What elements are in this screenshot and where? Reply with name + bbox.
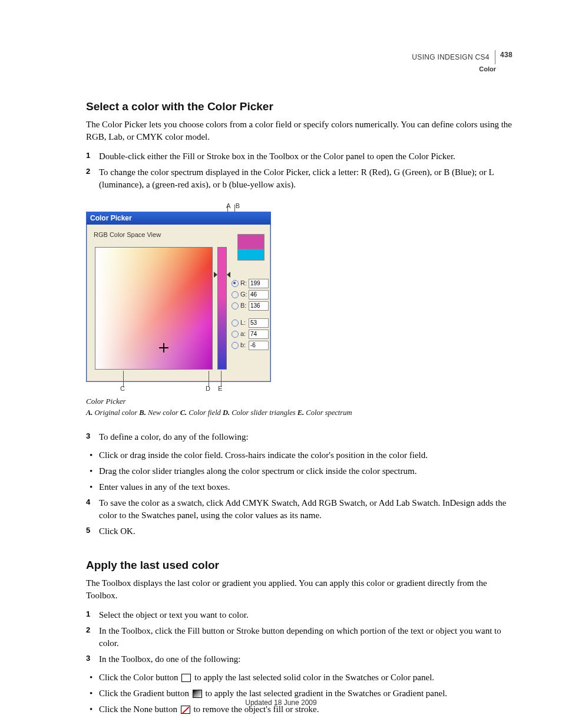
section-label: Color — [412, 65, 513, 73]
bullet-text: Drag the color slider triangles along th… — [99, 466, 416, 476]
page-number: 438 — [500, 51, 513, 59]
input-row-g: G:46 — [232, 290, 269, 299]
section-heading: Select a color with the Color Picker — [86, 99, 513, 115]
step-item: 2In the Toolbox, click the Fill button o… — [86, 625, 513, 650]
steps-list-1: 1Double-click either the Fill or Stroke … — [86, 150, 513, 191]
steps-list-3: 4To save the color as a swatch, click Ad… — [86, 497, 513, 538]
figure-caption: Color Picker — [86, 396, 513, 407]
header-divider — [495, 50, 495, 64]
bullet-item: Click or drag inside the color field. Cr… — [86, 449, 513, 462]
step-text: To define a color, do any of the followi… — [99, 432, 249, 442]
step-item: 1Select the object or text you want to c… — [86, 609, 513, 621]
bullet-text: to apply the last selected solid color i… — [192, 673, 434, 682]
input-row-b: B:136 — [232, 301, 269, 311]
step-text: Double-click either the Fill or Stroke b… — [99, 151, 455, 161]
value-bb[interactable]: -6 — [249, 341, 269, 350]
radio-g[interactable] — [232, 291, 239, 298]
legend-key: D. — [223, 409, 230, 417]
radio-l[interactable] — [232, 319, 239, 327]
label-bb: b: — [240, 341, 249, 350]
color-inputs: R:199 G:46 B:136 L:53 a:74 b:-6 — [232, 279, 269, 352]
page: USING INDESIGN CS4 438 Color Select a co… — [0, 0, 562, 728]
legend-key: E. — [297, 409, 304, 417]
radio-b[interactable] — [232, 302, 239, 309]
color-button-icon — [181, 674, 191, 682]
step-item: 4To save the color as a swatch, click Ad… — [86, 497, 513, 522]
step-text: Click OK. — [99, 526, 135, 536]
callout-label-d: D — [206, 384, 210, 393]
step-number: 3 — [86, 653, 90, 664]
value-a[interactable]: 74 — [249, 330, 269, 339]
original-color-swatch — [237, 234, 265, 249]
bullet-list: Click the Color button to apply the last… — [86, 671, 513, 716]
product-label: USING INDESIGN CS4 — [412, 53, 489, 61]
label-g: G: — [240, 290, 249, 299]
callout-label-e: E — [218, 384, 222, 393]
callout-label-b: B — [236, 202, 242, 209]
step-number: 1 — [86, 609, 90, 620]
bullet-text: Enter values in any of the text boxes. — [99, 482, 230, 492]
new-color-swatch — [237, 249, 265, 261]
slider-triangle-icon[interactable] — [227, 272, 230, 278]
label-b: B: — [240, 301, 249, 310]
color-field[interactable] — [95, 247, 213, 370]
content: Select a color with the Color Picker The… — [86, 99, 513, 716]
label-a: a: — [240, 330, 249, 338]
input-row-a: a:74 — [232, 330, 269, 339]
value-r[interactable]: 199 — [249, 279, 269, 288]
figure-top-labels: A B — [226, 202, 513, 210]
legend-key: C. — [180, 409, 187, 417]
step-number: 3 — [86, 431, 90, 442]
figure: A B Color Picker RGB Color Space View — [86, 202, 513, 419]
input-row-l: L:53 — [232, 318, 269, 328]
legend-text: Color slider triangles — [230, 409, 297, 417]
value-g[interactable]: 46 — [249, 290, 269, 299]
step-text: In the Toolbox, click the Fill button or… — [99, 626, 501, 648]
bullet-text: Click the Gradient button — [99, 689, 191, 698]
radio-r[interactable] — [232, 280, 239, 287]
legend-text: Color field — [187, 409, 223, 417]
legend-text: Color spectrum — [304, 409, 352, 417]
step-text: To save the color as a swatch, click Add… — [99, 498, 506, 520]
step-text: In the Toolbox, do one of the following: — [99, 654, 240, 664]
color-picker-window: Color Picker RGB Color Space View — [86, 212, 271, 382]
figure-legend: A. Original color B. New color C. Color … — [86, 408, 513, 419]
input-row-r: R:199 — [232, 279, 269, 288]
radio-bb[interactable] — [232, 342, 239, 349]
step-item: 5Click OK. — [86, 525, 513, 538]
bullet-list: Click or drag inside the color field. Cr… — [86, 449, 513, 493]
step-item: 2To change the color spectrum displayed … — [86, 166, 513, 191]
bullet-item: Click the Color button to apply the last… — [86, 671, 513, 684]
steps-list-4: 1Select the object or text you want to c… — [86, 609, 513, 666]
bullet-text: Click the Color button — [99, 673, 180, 682]
step-number: 1 — [86, 150, 90, 161]
input-row-bb: b:-6 — [232, 341, 269, 350]
window-titlebar: Color Picker — [87, 212, 270, 225]
bullet-text: Click or drag inside the color field. Cr… — [99, 450, 428, 460]
legend-key: A. — [86, 409, 92, 417]
slider-triangle-icon[interactable] — [214, 272, 217, 278]
legend-text: Original color — [92, 409, 139, 417]
step-item: 1Double-click either the Fill or Stroke … — [86, 150, 513, 163]
page-footer: Updated 18 June 2009 — [0, 698, 562, 708]
value-l[interactable]: 53 — [249, 318, 269, 328]
callout-label-c: C — [120, 384, 125, 393]
figure-wrapper: Color Picker RGB Color Space View — [86, 212, 272, 393]
page-header: USING INDESIGN CS4 438 Color — [412, 51, 513, 73]
legend-key: B. — [139, 409, 146, 417]
color-spectrum-slider[interactable] — [217, 247, 227, 370]
crosshair-icon — [159, 343, 168, 353]
gradient-button-icon — [193, 690, 202, 698]
step-text: To change the color spectrum displayed i… — [99, 167, 494, 189]
section-2: Apply the last used color The Toolbox di… — [86, 558, 513, 716]
step-number: 5 — [86, 525, 90, 536]
radio-a[interactable] — [232, 331, 239, 338]
bullet-item: Enter values in any of the text boxes. — [86, 481, 513, 493]
bullet-item: Drag the color slider triangles along th… — [86, 465, 513, 477]
figure-bottom-labels: C D E — [86, 384, 272, 393]
step-item: 3To define a color, do any of the follow… — [86, 431, 513, 443]
swatch-preview — [237, 234, 263, 261]
bullet-text: to apply the last selected gradient in t… — [203, 689, 447, 698]
value-b[interactable]: 136 — [249, 301, 269, 311]
label-r: R: — [240, 279, 249, 288]
